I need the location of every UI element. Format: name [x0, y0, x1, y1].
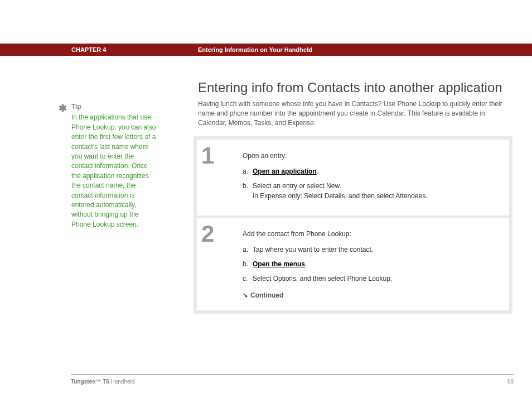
step-1: 1 Open an entry: a.Open an application. …: [197, 140, 509, 215]
item-marker: b.: [243, 181, 253, 191]
step-body: Open an entry: a.Open an application. b.…: [238, 140, 509, 215]
tip-sidebar: ✱ Tip In the applications that use Phone…: [59, 102, 157, 229]
chapter-header-bar: CHAPTER 4 Entering Information on Your H…: [0, 44, 532, 56]
tip-text: In the applications that use Phone Looku…: [71, 113, 157, 229]
item-marker: c.: [243, 274, 253, 284]
item-marker: b.: [243, 259, 253, 269]
item-tail: .: [317, 167, 318, 175]
step-lead: Open an entry:: [243, 151, 501, 161]
step-number: 2: [197, 218, 238, 310]
item-subtext: In Expense only: Select Details, and the…: [253, 191, 501, 201]
item-marker: a.: [243, 245, 253, 255]
step-number: 1: [197, 140, 238, 215]
item-text: Tap where you want to enter the contact.: [253, 246, 373, 253]
step-item: b.Open the menus.: [243, 259, 501, 269]
asterisk-icon: ✱: [59, 101, 67, 116]
page-heading: Entering info from Contacts into another…: [198, 80, 502, 95]
arrow-down-right-icon: ➘: [243, 290, 248, 300]
item-tail: .: [305, 260, 307, 268]
step-body: Add the contact from Phone Lookup: a.Tap…: [238, 218, 509, 310]
item-text: Select an entry or select New.: [253, 182, 341, 190]
open-application-link[interactable]: Open an application: [253, 167, 317, 175]
tip-heading: Tip: [71, 102, 157, 112]
section-title: Entering Information on Your Handheld: [198, 46, 312, 53]
footer-product-bold: Tungsten™ T5: [71, 379, 109, 385]
item-marker: a.: [243, 166, 253, 176]
chapter-label: CHAPTER 4: [71, 46, 106, 53]
footer-page-number: 68: [507, 379, 514, 385]
continued-label: Continued: [250, 291, 283, 299]
footer-product: Tungsten™ T5 Handheld: [71, 379, 134, 385]
step-item: a.Open an application.: [243, 166, 501, 176]
step-lead: Add the contact from Phone Lookup:: [243, 229, 501, 239]
item-text: Select Options, and then select Phone Lo…: [253, 275, 392, 282]
step-item: c.Select Options, and then select Phone …: [243, 274, 501, 284]
continued-indicator: ➘Continued: [243, 290, 501, 300]
footer-divider: [71, 374, 514, 375]
steps-container: 1 Open an entry: a.Open an application. …: [194, 136, 512, 314]
step-2: 2 Add the contact from Phone Lookup: a.T…: [197, 218, 509, 310]
step-item: a.Tap where you want to enter the contac…: [243, 245, 501, 255]
open-menus-link[interactable]: Open the menus: [253, 260, 305, 268]
footer-product-rest: Handheld: [109, 379, 135, 385]
intro-paragraph: Having lunch with someone whose info you…: [198, 99, 510, 127]
step-item: b.Select an entry or select New. In Expe…: [243, 181, 501, 201]
